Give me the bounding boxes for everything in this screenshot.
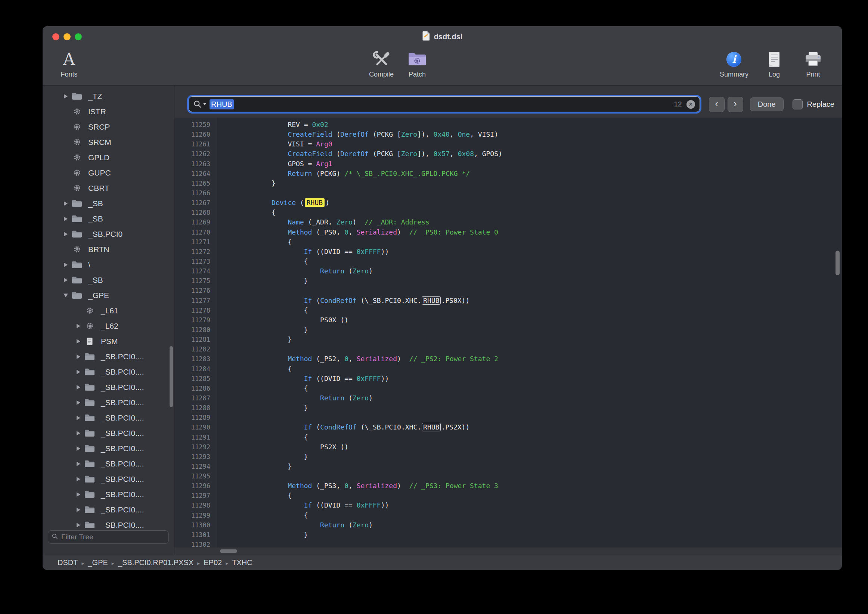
disclosure-triangle-collapsed-icon[interactable] <box>60 278 71 282</box>
replace-group: Replace <box>792 99 834 109</box>
tree-item[interactable]: _SB.PCI0.... <box>43 410 174 425</box>
line-number: 11277 <box>174 296 217 305</box>
minimize-button[interactable] <box>64 33 71 40</box>
search-icon[interactable] <box>194 100 206 108</box>
search-field[interactable]: RHUB 12 ✕ <box>189 96 700 112</box>
compile-button[interactable]: Compile <box>368 50 394 78</box>
disclosure-triangle-collapsed-icon[interactable] <box>60 217 71 221</box>
search-query[interactable]: RHUB <box>209 99 234 109</box>
tree-item[interactable]: BRTN <box>43 242 174 257</box>
tree-item[interactable]: _SB.PCI0.... <box>43 471 174 487</box>
disclosure-triangle-collapsed-icon[interactable] <box>60 232 71 236</box>
patch-button[interactable]: Patch <box>404 50 430 78</box>
tree-item[interactable]: _GPE <box>43 288 174 303</box>
editor-vertical-scrollbar[interactable] <box>835 251 840 275</box>
tree-item[interactable]: \ <box>43 257 174 272</box>
breadcrumb-item[interactable]: EP02 <box>203 558 222 567</box>
method-icon <box>71 245 83 253</box>
filter-field <box>48 530 169 544</box>
disclosure-triangle-collapsed-icon[interactable] <box>73 354 84 359</box>
tree-item[interactable]: _SB.PCI0.... <box>43 502 174 517</box>
code-text: PS0X () <box>223 316 349 324</box>
code-text: } <box>223 277 308 285</box>
content-area: _TZ ISTR SRCP SRCM GPLD GUPC CBRT _SB _S… <box>43 85 842 555</box>
disclosure-triangle-collapsed-icon[interactable] <box>73 400 84 405</box>
disclosure-triangle-collapsed-icon[interactable] <box>73 324 84 328</box>
line-number: 11274 <box>174 266 217 276</box>
editor-horizontal-scrollbar[interactable] <box>220 549 237 553</box>
code-line: 11274 Return (Zero) <box>174 266 842 276</box>
summary-info-icon: i <box>727 52 741 67</box>
disclosure-triangle-collapsed-icon[interactable] <box>73 477 84 481</box>
tree-item-label: BRTN <box>88 245 109 254</box>
summary-button[interactable]: i Summary <box>720 50 749 78</box>
disclosure-triangle-collapsed-icon[interactable] <box>60 262 71 267</box>
tree-item[interactable]: _SB <box>43 272 174 288</box>
tree-item[interactable]: _SB <box>43 196 174 211</box>
clear-search-button[interactable]: ✕ <box>687 100 695 109</box>
code-text: Return (Zero) <box>223 267 373 275</box>
done-button[interactable]: Done <box>750 98 784 111</box>
tree-item[interactable]: ISTR <box>43 104 174 119</box>
print-button[interactable]: Print <box>800 50 826 78</box>
tree-item[interactable]: _SB.PCI0.... <box>43 456 174 471</box>
disclosure-triangle-expanded-icon[interactable] <box>60 293 71 297</box>
tree-item[interactable]: _SB.PCI0.... <box>43 380 174 395</box>
tree-item[interactable]: CBRT <box>43 180 174 196</box>
tree-item[interactable]: _L61 <box>43 303 174 318</box>
disclosure-triangle-collapsed-icon[interactable] <box>73 370 84 374</box>
disclosure-triangle-collapsed-icon[interactable] <box>73 339 84 344</box>
tree-item[interactable]: SRCM <box>43 135 174 150</box>
tree-item[interactable]: _SB.PCI0.... <box>43 364 174 380</box>
tree-item[interactable]: _SB.PCI0.... <box>43 487 174 502</box>
tree-item[interactable]: GPLD <box>43 150 174 165</box>
breadcrumb-item[interactable]: TXHC <box>232 558 252 567</box>
disclosure-triangle-collapsed-icon[interactable] <box>73 385 84 389</box>
breadcrumb-item[interactable]: _GPE <box>88 558 108 567</box>
disclosure-triangle-collapsed-icon[interactable] <box>73 523 84 527</box>
disclosure-triangle-collapsed-icon[interactable] <box>60 94 71 99</box>
tree-item[interactable]: _SB.PCI0.... <box>43 441 174 456</box>
disclosure-triangle-collapsed-icon[interactable] <box>73 431 84 436</box>
tree-item[interactable]: _SB.PCI0.... <box>43 349 174 364</box>
folder-icon <box>71 276 83 284</box>
tree-item[interactable]: SRCP <box>43 119 174 135</box>
breadcrumb-item[interactable]: DSDT <box>57 558 78 567</box>
tree-item-label: _SB.PCI0.... <box>101 414 144 422</box>
method-icon <box>71 123 83 131</box>
disclosure-triangle-collapsed-icon[interactable] <box>73 462 84 466</box>
line-number: 11264 <box>174 169 217 178</box>
tree-item[interactable]: PSM <box>43 333 174 349</box>
code-editor[interactable]: 11259 REV = 0x0211260 CreateField (Deref… <box>174 118 842 547</box>
close-button[interactable] <box>52 33 59 40</box>
folder-icon <box>84 506 96 513</box>
filter-tree-input[interactable] <box>60 533 165 541</box>
find-next-button[interactable]: › <box>728 97 743 112</box>
tree-item[interactable]: GUPC <box>43 165 174 180</box>
disclosure-triangle-collapsed-icon[interactable] <box>60 201 71 206</box>
disclosure-triangle-collapsed-icon[interactable] <box>73 507 84 512</box>
disclosure-triangle-collapsed-icon[interactable] <box>73 446 84 451</box>
tree-item[interactable]: _TZ <box>43 88 174 104</box>
line-number: 11281 <box>174 335 217 344</box>
disclosure-triangle-collapsed-icon[interactable] <box>73 416 84 420</box>
zoom-button[interactable] <box>75 33 82 40</box>
tree-item[interactable]: _SB.PCI0.... <box>43 517 174 528</box>
code-text: { <box>223 511 308 519</box>
log-button[interactable]: Log <box>761 50 787 78</box>
document-icon <box>84 337 96 346</box>
breadcrumb-item[interactable]: _SB.PCI0.RP01.PXSX <box>118 558 194 567</box>
find-previous-button[interactable]: ‹ <box>709 97 725 112</box>
code-line: 11271 { <box>174 237 842 247</box>
tree-item[interactable]: _SB <box>43 211 174 226</box>
tree-item[interactable]: _SB.PCI0 <box>43 226 174 242</box>
tree-item[interactable]: _SB.PCI0.... <box>43 425 174 441</box>
tree-item[interactable]: _L62 <box>43 318 174 333</box>
tree-item[interactable]: _SB.PCI0.... <box>43 395 174 410</box>
replace-checkbox[interactable] <box>792 99 803 109</box>
search-match-current: RHUB <box>305 198 325 207</box>
fonts-button[interactable]: A Fonts <box>56 50 82 78</box>
sidebar-scrollbar[interactable] <box>170 346 173 407</box>
line-number: 11291 <box>174 433 217 442</box>
disclosure-triangle-collapsed-icon[interactable] <box>73 492 84 497</box>
